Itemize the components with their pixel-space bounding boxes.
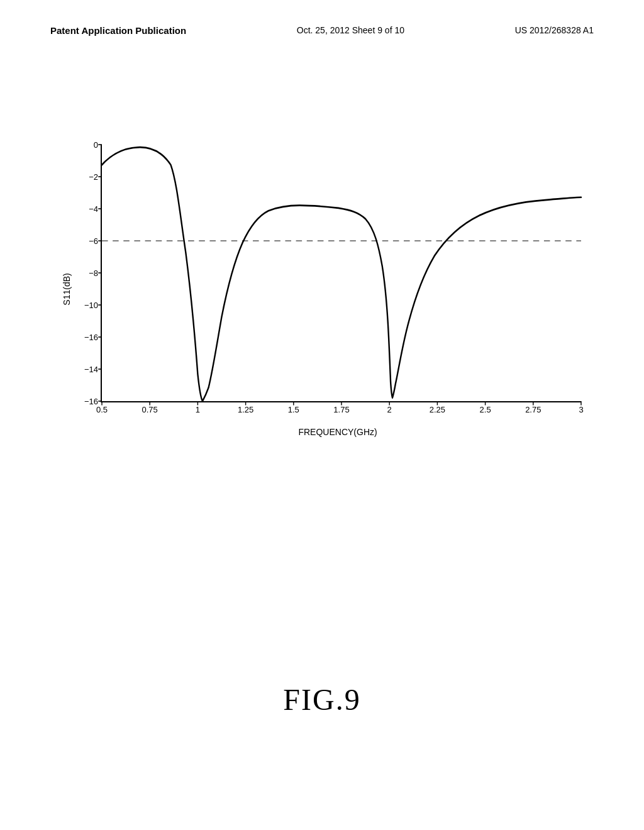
x-axis-label: FREQUENCY(GHz) [298,427,377,437]
publication-number: US 2012/268328 A1 [515,25,594,36]
x-tick-2.5: 2.5 [480,401,491,414]
y-tick--8: −8 [89,268,102,278]
figure-label: FIG.9 [283,682,360,717]
y-tick--16-upper: −16 [84,333,102,342]
x-tick-1: 1 [196,401,200,414]
y-tick--14: −14 [84,365,102,374]
x-tick-3: 3 [579,401,583,414]
y-tick-0: 0 [94,140,102,150]
y-tick--10: −10 [84,301,102,310]
x-tick-1.25: 1.25 [238,401,253,414]
chart-container: S11(dB) 0 −2 −4 −6 −8 −10 −16 −14 −16 0.… [50,138,594,440]
x-tick-2.75: 2.75 [525,401,541,414]
chart-area: 0 −2 −4 −6 −8 −10 −16 −14 −16 0.5 0.75 1… [101,145,581,402]
x-tick-1.75: 1.75 [333,401,349,414]
y-tick--2: −2 [89,172,102,182]
x-tick-2: 2 [387,401,392,414]
x-tick-0.75: 0.75 [142,401,158,414]
x-tick-0.5: 0.5 [96,401,108,414]
y-tick--6: −6 [89,236,102,246]
chart-svg [102,145,581,401]
x-tick-2.25: 2.25 [430,401,445,414]
y-axis-label: S11(dB) [62,273,72,305]
publication-title: Patent Application Publication [50,25,186,36]
x-tick-1.5: 1.5 [288,401,299,414]
page-header: Patent Application Publication Oct. 25, … [0,25,644,36]
publication-date-sheet: Oct. 25, 2012 Sheet 9 of 10 [297,25,404,36]
y-tick--4: −4 [89,204,102,214]
